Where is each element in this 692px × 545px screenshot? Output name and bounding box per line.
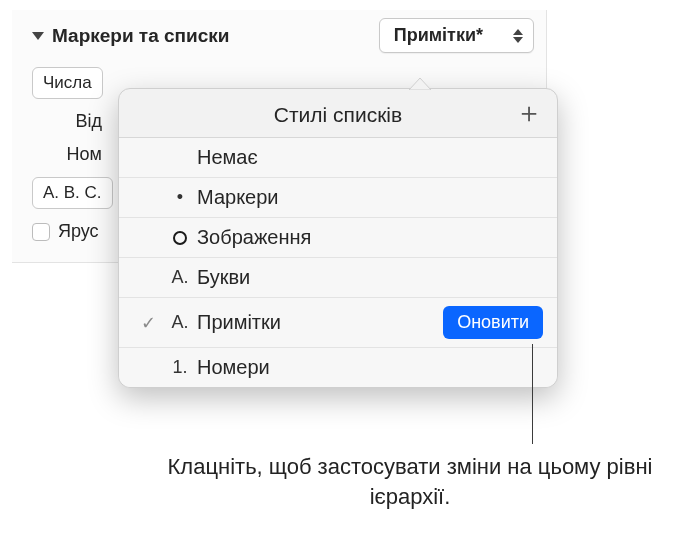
disclosure-triangle-icon[interactable]: [32, 32, 44, 40]
indent-label: Від: [32, 111, 102, 132]
popover-title: Стилі списків: [274, 103, 402, 126]
update-button[interactable]: Оновити: [443, 306, 543, 339]
tier-checkbox[interactable]: [32, 223, 50, 241]
numbers-control[interactable]: Числа: [32, 67, 103, 99]
list-styles-popover: Стилі списків ＋ Немає • Маркери Зображен…: [118, 88, 558, 388]
section-title: Маркери та списки: [52, 25, 230, 47]
list-item-selected[interactable]: ✓ A. Примітки Оновити: [119, 298, 557, 348]
image-bullet-icon: [163, 231, 197, 245]
letter-marker-icon: A.: [163, 267, 197, 288]
list-item[interactable]: Зображення: [119, 218, 557, 258]
popover-header: Стилі списків ＋: [119, 89, 557, 138]
list-style-value: Примітки*: [394, 25, 483, 46]
number-marker-icon: 1.: [163, 357, 197, 378]
style-label: Примітки: [197, 311, 443, 334]
checkmark-icon: ✓: [133, 312, 163, 334]
list-item[interactable]: • Маркери: [119, 178, 557, 218]
bullet-icon: •: [163, 187, 197, 208]
style-label: Немає: [197, 146, 543, 169]
style-label: Зображення: [197, 226, 543, 249]
number-label: Ном: [32, 144, 102, 165]
tier-label: Ярус: [58, 221, 99, 242]
list-item[interactable]: 1. Номери: [119, 348, 557, 387]
format-control[interactable]: A. B. C.: [32, 177, 113, 209]
list-item[interactable]: A. Букви: [119, 258, 557, 298]
add-style-button[interactable]: ＋: [515, 99, 543, 127]
style-label: Букви: [197, 266, 543, 289]
caption-text: Клацніть, щоб застосувати зміни на цьому…: [150, 452, 670, 511]
section-header: Маркери та списки Примітки*: [32, 18, 534, 53]
style-label: Маркери: [197, 186, 543, 209]
list-item[interactable]: Немає: [119, 138, 557, 178]
style-list: Немає • Маркери Зображення A. Букви ✓ A.…: [119, 138, 557, 387]
callout-line: [532, 344, 533, 444]
list-style-dropdown[interactable]: Примітки*: [379, 18, 534, 53]
style-label: Номери: [197, 356, 543, 379]
letter-marker-icon: A.: [163, 312, 197, 333]
chevron-updown-icon: [513, 29, 523, 43]
